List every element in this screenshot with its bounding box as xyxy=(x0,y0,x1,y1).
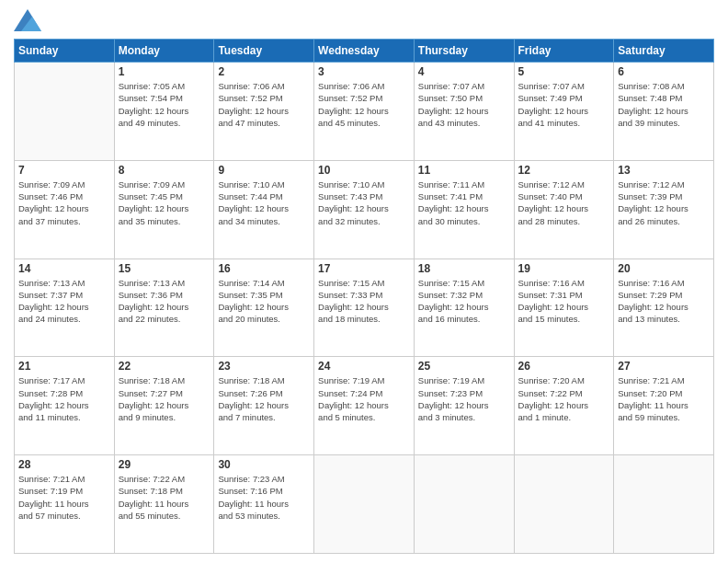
page: SundayMondayTuesdayWednesdayThursdayFrid… xyxy=(0,0,728,563)
day-number: 29 xyxy=(119,458,210,471)
day-cell: 29Sunrise: 7:22 AM Sunset: 7:18 PM Dayli… xyxy=(114,455,214,554)
day-cell: 6Sunrise: 7:08 AM Sunset: 7:48 PM Daylig… xyxy=(614,63,714,161)
day-cell: 28Sunrise: 7:21 AM Sunset: 7:19 PM Dayli… xyxy=(15,455,115,554)
day-info: Sunrise: 7:23 AM Sunset: 7:16 PM Dayligh… xyxy=(218,473,310,522)
logo xyxy=(14,9,45,31)
day-info: Sunrise: 7:20 AM Sunset: 7:22 PM Dayligh… xyxy=(518,374,610,423)
day-info: Sunrise: 7:18 AM Sunset: 7:27 PM Dayligh… xyxy=(119,374,210,423)
day-info: Sunrise: 7:13 AM Sunset: 7:37 PM Dayligh… xyxy=(18,277,110,326)
day-info: Sunrise: 7:12 AM Sunset: 7:40 PM Dayligh… xyxy=(518,178,610,227)
day-info: Sunrise: 7:09 AM Sunset: 7:46 PM Dayligh… xyxy=(18,178,110,227)
day-info: Sunrise: 7:19 AM Sunset: 7:24 PM Dayligh… xyxy=(318,374,410,423)
day-number: 15 xyxy=(119,262,210,275)
day-info: Sunrise: 7:10 AM Sunset: 7:44 PM Dayligh… xyxy=(218,178,310,227)
day-number: 19 xyxy=(518,262,610,275)
col-header-tuesday: Tuesday xyxy=(214,40,314,63)
day-cell xyxy=(15,63,115,161)
week-row-4: 28Sunrise: 7:21 AM Sunset: 7:19 PM Dayli… xyxy=(15,455,714,554)
day-number: 4 xyxy=(418,65,510,78)
day-number: 1 xyxy=(119,65,210,78)
day-cell: 14Sunrise: 7:13 AM Sunset: 7:37 PM Dayli… xyxy=(15,259,115,357)
day-cell: 16Sunrise: 7:14 AM Sunset: 7:35 PM Dayli… xyxy=(214,259,314,357)
col-header-sunday: Sunday xyxy=(15,40,115,63)
day-number: 22 xyxy=(119,360,210,373)
calendar-header: SundayMondayTuesdayWednesdayThursdayFrid… xyxy=(15,40,714,63)
day-info: Sunrise: 7:14 AM Sunset: 7:35 PM Dayligh… xyxy=(218,277,310,326)
col-header-thursday: Thursday xyxy=(414,40,514,63)
day-number: 14 xyxy=(18,262,110,275)
day-info: Sunrise: 7:16 AM Sunset: 7:29 PM Dayligh… xyxy=(618,277,710,326)
day-number: 10 xyxy=(318,164,410,177)
day-number: 20 xyxy=(618,262,710,275)
day-number: 13 xyxy=(618,164,710,177)
day-cell: 30Sunrise: 7:23 AM Sunset: 7:16 PM Dayli… xyxy=(214,455,314,554)
day-info: Sunrise: 7:15 AM Sunset: 7:33 PM Dayligh… xyxy=(318,277,410,326)
day-number: 12 xyxy=(518,164,610,177)
day-info: Sunrise: 7:08 AM Sunset: 7:48 PM Dayligh… xyxy=(618,80,710,129)
day-number: 2 xyxy=(218,65,310,78)
day-number: 24 xyxy=(318,360,410,373)
day-info: Sunrise: 7:07 AM Sunset: 7:50 PM Dayligh… xyxy=(418,80,510,129)
day-number: 8 xyxy=(119,164,210,177)
day-info: Sunrise: 7:07 AM Sunset: 7:49 PM Dayligh… xyxy=(518,80,610,129)
day-cell: 12Sunrise: 7:12 AM Sunset: 7:40 PM Dayli… xyxy=(514,160,614,259)
day-cell: 13Sunrise: 7:12 AM Sunset: 7:39 PM Dayli… xyxy=(614,160,714,259)
day-cell: 25Sunrise: 7:19 AM Sunset: 7:23 PM Dayli… xyxy=(414,357,514,455)
day-cell: 10Sunrise: 7:10 AM Sunset: 7:43 PM Dayli… xyxy=(314,160,415,259)
calendar: SundayMondayTuesdayWednesdayThursdayFrid… xyxy=(14,39,714,554)
day-number: 18 xyxy=(418,262,510,275)
day-cell: 20Sunrise: 7:16 AM Sunset: 7:29 PM Dayli… xyxy=(614,259,714,357)
day-cell: 26Sunrise: 7:20 AM Sunset: 7:22 PM Dayli… xyxy=(514,357,614,455)
day-info: Sunrise: 7:12 AM Sunset: 7:39 PM Dayligh… xyxy=(618,178,710,227)
day-number: 17 xyxy=(318,262,410,275)
day-cell: 3Sunrise: 7:06 AM Sunset: 7:52 PM Daylig… xyxy=(314,63,415,161)
day-info: Sunrise: 7:06 AM Sunset: 7:52 PM Dayligh… xyxy=(218,80,310,129)
day-number: 21 xyxy=(18,360,110,373)
day-cell xyxy=(314,455,415,554)
day-number: 5 xyxy=(518,65,610,78)
col-header-monday: Monday xyxy=(114,40,214,63)
day-cell xyxy=(414,455,514,554)
day-number: 9 xyxy=(218,164,310,177)
day-cell: 24Sunrise: 7:19 AM Sunset: 7:24 PM Dayli… xyxy=(314,357,415,455)
day-info: Sunrise: 7:11 AM Sunset: 7:41 PM Dayligh… xyxy=(418,178,510,227)
day-cell: 5Sunrise: 7:07 AM Sunset: 7:49 PM Daylig… xyxy=(514,63,614,161)
day-number: 7 xyxy=(18,164,110,177)
day-cell: 9Sunrise: 7:10 AM Sunset: 7:44 PM Daylig… xyxy=(214,160,314,259)
day-info: Sunrise: 7:21 AM Sunset: 7:20 PM Dayligh… xyxy=(618,374,710,423)
day-cell: 27Sunrise: 7:21 AM Sunset: 7:20 PM Dayli… xyxy=(614,357,714,455)
col-header-friday: Friday xyxy=(514,40,614,63)
day-info: Sunrise: 7:21 AM Sunset: 7:19 PM Dayligh… xyxy=(18,473,110,522)
week-row-3: 21Sunrise: 7:17 AM Sunset: 7:28 PM Dayli… xyxy=(15,357,714,455)
day-cell xyxy=(514,455,614,554)
day-cell: 19Sunrise: 7:16 AM Sunset: 7:31 PM Dayli… xyxy=(514,259,614,357)
day-cell xyxy=(614,455,714,554)
day-number: 23 xyxy=(218,360,310,373)
day-number: 16 xyxy=(218,262,310,275)
day-number: 30 xyxy=(218,458,310,471)
day-info: Sunrise: 7:10 AM Sunset: 7:43 PM Dayligh… xyxy=(318,178,410,227)
day-cell: 1Sunrise: 7:05 AM Sunset: 7:54 PM Daylig… xyxy=(114,63,214,161)
day-info: Sunrise: 7:19 AM Sunset: 7:23 PM Dayligh… xyxy=(418,374,510,423)
week-row-0: 1Sunrise: 7:05 AM Sunset: 7:54 PM Daylig… xyxy=(15,63,714,161)
day-cell: 17Sunrise: 7:15 AM Sunset: 7:33 PM Dayli… xyxy=(314,259,415,357)
day-cell: 23Sunrise: 7:18 AM Sunset: 7:26 PM Dayli… xyxy=(214,357,314,455)
day-cell: 8Sunrise: 7:09 AM Sunset: 7:45 PM Daylig… xyxy=(114,160,214,259)
week-row-1: 7Sunrise: 7:09 AM Sunset: 7:46 PM Daylig… xyxy=(15,160,714,259)
day-number: 28 xyxy=(18,458,110,471)
day-cell: 22Sunrise: 7:18 AM Sunset: 7:27 PM Dayli… xyxy=(114,357,214,455)
day-cell: 2Sunrise: 7:06 AM Sunset: 7:52 PM Daylig… xyxy=(214,63,314,161)
day-info: Sunrise: 7:05 AM Sunset: 7:54 PM Dayligh… xyxy=(119,80,210,129)
day-info: Sunrise: 7:15 AM Sunset: 7:32 PM Dayligh… xyxy=(418,277,510,326)
header xyxy=(14,9,714,31)
day-number: 11 xyxy=(418,164,510,177)
header-row: SundayMondayTuesdayWednesdayThursdayFrid… xyxy=(15,40,714,63)
day-info: Sunrise: 7:17 AM Sunset: 7:28 PM Dayligh… xyxy=(18,374,110,423)
col-header-wednesday: Wednesday xyxy=(314,40,415,63)
calendar-body: 1Sunrise: 7:05 AM Sunset: 7:54 PM Daylig… xyxy=(15,63,714,554)
day-cell: 7Sunrise: 7:09 AM Sunset: 7:46 PM Daylig… xyxy=(15,160,115,259)
day-cell: 4Sunrise: 7:07 AM Sunset: 7:50 PM Daylig… xyxy=(414,63,514,161)
day-number: 26 xyxy=(518,360,610,373)
day-cell: 15Sunrise: 7:13 AM Sunset: 7:36 PM Dayli… xyxy=(114,259,214,357)
day-info: Sunrise: 7:18 AM Sunset: 7:26 PM Dayligh… xyxy=(218,374,310,423)
